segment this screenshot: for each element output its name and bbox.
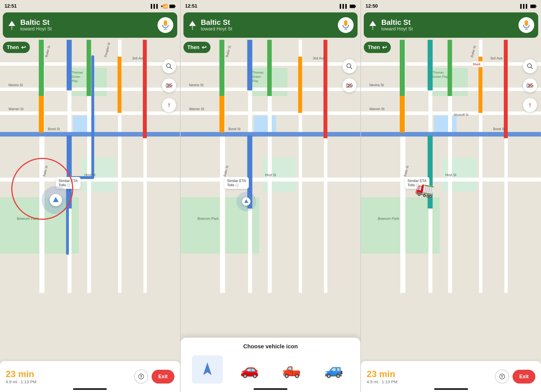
route-options-button-3[interactable] [495,369,509,384]
svg-text:Nevins St: Nevins St [369,83,384,87]
svg-rect-73 [181,132,361,136]
status-bar-1: 12:51 ▌▌▌ ▾📶 [0,0,180,12]
then-button-1[interactable]: Then ↩ [3,42,30,53]
search-button-3[interactable] [523,59,537,73]
location-button-3[interactable] [523,98,537,112]
svg-rect-1 [170,5,174,8]
turn-arrow-icon-2: ↩ [202,44,207,51]
nav-text-1: Baltic St toward Hoyt St [20,18,154,32]
mic-icon-3 [522,20,530,30]
svg-text:Butler St: Butler St [470,45,476,58]
svg-text:3rd Ave: 3rd Ave [132,56,145,60]
info-icon-2: i [235,183,239,187]
svg-rect-25 [143,40,147,138]
home-indicator-1 [73,388,107,390]
bottom-bar-1: 23 min 4.9 mi · 1:13 PM Exit [0,361,180,392]
vehicle-option-red-car[interactable]: 🚗 [234,355,265,384]
nav-toward-3: toward Hoyt St [381,26,515,32]
nav-direction-arrow-3 [368,20,378,30]
svg-rect-56 [344,20,347,26]
search-button-1[interactable] [162,59,176,73]
eta-detail-1: 4.9 mi · 1:13 PM [6,379,134,384]
similar-eta-text-2: Similar ETA [227,179,246,183]
svg-text:Green Play: Green Play [433,75,448,78]
status-icons-2: ▌▌▌ [340,4,356,8]
arrow-vehicle-icon [198,360,217,379]
mic-button-1[interactable] [158,17,173,33]
svg-rect-103 [531,5,535,8]
tolls-text-3: Tolls [407,183,415,187]
svg-text:Wyckoff St: Wyckoff St [454,113,469,116]
mic-button-2[interactable] [338,17,354,33]
eta-label-2: Similar ETA Tolls i [224,177,249,189]
vehicle-option-arrow[interactable] [192,355,223,384]
svg-text:Hoyt St: Hoyt St [84,173,96,177]
svg-rect-21 [39,40,44,96]
eta-detail-3: 4.9 mi · 1:13 PM [367,379,495,384]
svg-rect-72 [181,178,361,181]
location-button-1[interactable] [162,98,176,112]
fork-icon-3 [499,373,505,380]
svg-rect-127 [504,40,508,138]
svg-text:Play: Play [72,79,78,83]
svg-rect-78 [323,40,327,138]
svg-rect-129 [428,40,433,90]
time-3: 12:50 [365,3,378,9]
svg-text:Hoyt St: Hoyt St [265,173,276,177]
green-truck-icon: 🛻 [282,361,301,378]
speedcam-button-3[interactable] [523,78,537,92]
speedcam-button-1[interactable] [162,78,176,92]
svg-rect-77 [298,57,302,113]
home-indicator-3 [434,388,468,390]
svg-text:Warren St: Warren St [369,107,385,111]
vehicle-option-yellow-suv[interactable]: 🚙 [318,355,349,384]
route-options-button-1[interactable] [134,369,148,384]
time-1: 12:51 [5,3,17,9]
status-icons-1: ▌▌▌ ▾📶 [151,4,176,8]
svg-rect-105 [525,20,528,26]
svg-rect-3 [164,20,167,26]
then-button-3[interactable]: Then ↩ [364,42,391,53]
svg-text:Thomas: Thomas [433,71,444,74]
vehicle-picker-panel: Choose vehicle icon 🚗 🛻 🚙 [181,338,361,392]
svg-line-93 [350,67,352,69]
svg-text:Thomas: Thomas [72,71,83,74]
wifi-icon-1: ▾📶 [161,4,168,8]
svg-rect-104 [536,6,536,7]
svg-text:Hoyt St: Hoyt St [445,173,457,177]
exit-button-1[interactable]: Exit [152,370,174,384]
svg-text:i: i [237,184,237,186]
svg-marker-151 [529,105,531,108]
svg-text:Bond St: Bond St [493,127,505,131]
svg-text:Douglas St: Douglas St [103,42,110,57]
fork-icon-1 [138,373,144,380]
panel-2: 12:51 ▌▌▌ Baltic St toward Hoyt St [181,0,361,392]
vehicle-on-map-3: 🚛 [415,179,436,199]
search-button-2[interactable] [342,59,356,73]
svg-rect-27 [67,40,72,90]
current-location-2 [236,192,256,211]
time-2: 12:51 [185,3,197,9]
mic-button-3[interactable] [518,17,534,33]
vehicle-option-green-truck[interactable]: 🛻 [276,355,307,384]
svg-text:3rd Ave: 3rd Ave [490,56,503,60]
svg-text:Warren St: Warren St [189,107,204,111]
svg-rect-149 [532,85,533,87]
svg-rect-98 [351,85,353,87]
svg-text:Nevins St: Nevins St [189,83,204,87]
svg-rect-124 [448,40,452,96]
svg-text:Nevins St: Nevins St [8,83,23,87]
svg-rect-20 [0,132,180,136]
svg-rect-80 [247,40,252,90]
exit-button-3[interactable]: Exit [513,370,535,384]
then-button-2[interactable]: Then ↩ [183,42,210,53]
svg-text:Butler St: Butler St [45,45,51,58]
mic-icon-2 [342,20,350,30]
svg-marker-101 [203,362,212,375]
battery-icon-3 [530,5,536,8]
speedcam-button-2[interactable] [342,78,356,92]
svg-text:Shell: Shell [473,63,480,66]
red-circle-annotation [11,158,73,220]
signal-icon-2: ▌▌▌ [340,4,348,8]
status-icons-3: ▌▌▌ [520,4,536,8]
